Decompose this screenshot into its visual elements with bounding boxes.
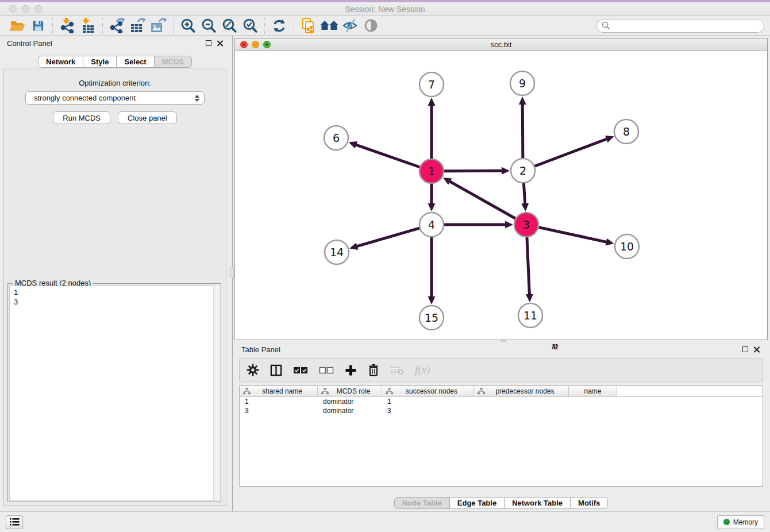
splitter-grip[interactable] bbox=[230, 267, 234, 278]
table-row[interactable]: 3dominator323 bbox=[240, 406, 763, 415]
select-all-button[interactable] bbox=[293, 366, 308, 375]
graph-edge-arrowhead bbox=[521, 203, 529, 211]
zoom-in-button[interactable] bbox=[178, 17, 198, 34]
column-header-successor-nodes[interactable]: successor nodes bbox=[382, 386, 474, 396]
graph-node-label: 9 bbox=[519, 77, 526, 90]
zoom-in-icon bbox=[180, 18, 196, 33]
graph-edge-arrowhead bbox=[349, 242, 358, 249]
float-panel-icon[interactable] bbox=[206, 40, 211, 46]
save-session-button[interactable] bbox=[28, 17, 48, 34]
graph-edge-2-9[interactable] bbox=[522, 104, 523, 158]
graph-edge-2-3[interactable] bbox=[523, 183, 525, 204]
show-panel-button[interactable] bbox=[6, 515, 23, 529]
graph-node-label: 8 bbox=[623, 125, 630, 138]
right-column: scc.txt × − + 1234678910111415 Table Pan… bbox=[234, 36, 768, 511]
tab-network[interactable]: Network bbox=[38, 56, 83, 68]
add-column-button[interactable] bbox=[345, 364, 357, 376]
graph-node-label: 14 bbox=[330, 246, 344, 259]
hide-eye-button[interactable] bbox=[340, 17, 360, 34]
minimize-network-icon[interactable]: − bbox=[252, 41, 259, 48]
table-tab-network-table[interactable]: Network Table bbox=[504, 497, 571, 509]
graph-edge-2-8[interactable] bbox=[535, 139, 607, 167]
zoom-fit-button[interactable] bbox=[219, 17, 240, 34]
delete-table-button[interactable] bbox=[390, 365, 404, 375]
graph-edge-arrowhead bbox=[428, 296, 436, 304]
table-panel-title: Table Panel bbox=[241, 345, 280, 354]
control-panel-header: Control Panel bbox=[0, 36, 230, 51]
close-panel-button[interactable]: Close panel bbox=[118, 111, 177, 124]
search-box[interactable] bbox=[596, 19, 764, 33]
tab-style[interactable]: Style bbox=[83, 56, 117, 68]
column-manager-button[interactable] bbox=[270, 364, 282, 376]
control-panel: Control Panel NetworkStyleSelectMCDS Opt… bbox=[0, 36, 230, 511]
float-table-panel-icon[interactable] bbox=[742, 346, 748, 352]
table-tab-node-table[interactable]: Node Table bbox=[394, 497, 450, 509]
graph-edge-3-1[interactable] bbox=[449, 182, 515, 219]
table-tab-motifs[interactable]: Motifs bbox=[570, 497, 608, 509]
maximize-network-icon[interactable]: + bbox=[263, 41, 271, 48]
home-layout-button[interactable] bbox=[319, 17, 340, 34]
contrast-eye-button[interactable] bbox=[360, 17, 381, 34]
network-canvas[interactable]: 1234678910111415 bbox=[235, 51, 767, 340]
refresh-button[interactable] bbox=[269, 17, 290, 34]
deselect-all-button[interactable] bbox=[319, 366, 334, 375]
delete-column-button[interactable] bbox=[368, 364, 379, 376]
graph-edge-3-11[interactable] bbox=[527, 237, 529, 295]
export-image-icon bbox=[151, 18, 167, 33]
graph-edge-1-6[interactable] bbox=[356, 145, 419, 167]
attribute-type-icon bbox=[321, 388, 329, 395]
import-network-button[interactable] bbox=[57, 17, 78, 34]
column-header-MCDS-role[interactable]: MCDS role bbox=[318, 386, 382, 396]
graph-edge-arrowhead bbox=[605, 238, 614, 246]
export-network-button[interactable] bbox=[107, 17, 128, 34]
import-table-button[interactable] bbox=[78, 17, 98, 34]
column-manager-icon bbox=[270, 364, 282, 376]
gear-button[interactable] bbox=[247, 364, 259, 376]
graph-edge-3-10[interactable] bbox=[538, 228, 606, 242]
panel-splitter[interactable] bbox=[230, 36, 234, 511]
select-all-icon bbox=[293, 366, 308, 375]
column-header-label: MCDS role bbox=[329, 387, 378, 395]
graph-node-label: 15 bbox=[425, 311, 438, 324]
export-table-button[interactable] bbox=[128, 17, 148, 34]
zoom-selected-button[interactable] bbox=[240, 17, 260, 34]
tab-mcds[interactable]: MCDS bbox=[154, 56, 192, 68]
table-cell: dominator bbox=[318, 406, 382, 415]
mcds-result-line: 3 bbox=[10, 297, 219, 307]
column-header-label: name bbox=[572, 387, 613, 395]
network-window-titlebar[interactable]: scc.txt × − + bbox=[235, 38, 767, 51]
column-header-shared-name[interactable]: shared name bbox=[240, 386, 318, 396]
graph-edge-arrowhead bbox=[502, 167, 510, 175]
graph-edge-1-2[interactable] bbox=[444, 171, 502, 171]
close-network-icon[interactable]: × bbox=[240, 41, 248, 48]
open-file-button[interactable] bbox=[7, 17, 28, 34]
graph-edge-arrowhead bbox=[526, 294, 533, 302]
close-table-panel-icon[interactable] bbox=[753, 346, 760, 353]
table-tab-edge-table[interactable]: Edge Table bbox=[449, 497, 505, 509]
result-scrollbar[interactable] bbox=[213, 286, 220, 500]
graph-node-label: 4 bbox=[428, 218, 435, 231]
copy-network-button[interactable] bbox=[298, 17, 319, 34]
optimization-dropdown[interactable]: strongly connected component bbox=[25, 91, 205, 105]
memory-button[interactable]: Memory bbox=[717, 515, 764, 529]
add-column-icon bbox=[345, 364, 357, 376]
run-mcds-button[interactable]: Run MCDS bbox=[53, 111, 110, 124]
tab-select[interactable]: Select bbox=[116, 56, 154, 68]
status-bar: Memory bbox=[0, 511, 770, 532]
app-titlebar: Session: New Session bbox=[0, 2, 770, 16]
zoom-out-icon bbox=[201, 18, 217, 33]
column-header-name[interactable]: name bbox=[569, 386, 617, 396]
table-cell: 2 bbox=[469, 385, 564, 487]
search-icon bbox=[602, 21, 610, 30]
search-input[interactable] bbox=[614, 21, 759, 30]
function-builder-button[interactable]: f(x) bbox=[415, 364, 430, 376]
graph-edge-4-14[interactable] bbox=[357, 228, 419, 246]
table-body: 1dominator4113dominator323 bbox=[240, 397, 763, 415]
graph-edge-arrowhead bbox=[505, 221, 513, 229]
column-header-label: shared name bbox=[251, 387, 314, 395]
export-image-button[interactable] bbox=[148, 17, 169, 34]
attribute-type-icon bbox=[243, 388, 251, 395]
close-panel-icon[interactable] bbox=[217, 40, 223, 47]
zoom-out-button[interactable] bbox=[198, 17, 219, 34]
mcds-result-list[interactable]: 13 bbox=[9, 286, 220, 500]
